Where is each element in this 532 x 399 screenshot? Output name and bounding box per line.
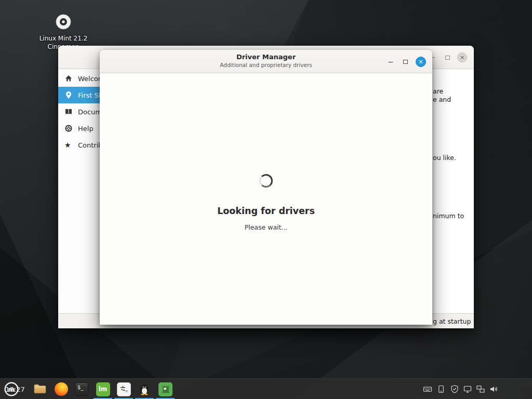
- desktop-icon-label-line1: Linux Mint 21.2: [28, 34, 99, 43]
- taskbar-window-character-app[interactable]: e: [113, 379, 134, 399]
- taskbar-window-driver-manager[interactable]: [155, 379, 176, 399]
- welcome-text-fragment: ou like.: [433, 154, 456, 162]
- firefox-icon: [55, 382, 68, 396]
- welcome-text-fragment: are: [433, 87, 443, 95]
- terminal-launcher[interactable]: $_: [75, 382, 88, 396]
- maximize-button[interactable]: [440, 54, 455, 61]
- speaker-icon: [489, 384, 498, 394]
- svg-text:m: m: [8, 385, 15, 393]
- tray-volume[interactable]: [489, 384, 498, 394]
- book-icon: [64, 108, 73, 116]
- close-icon: ×: [418, 59, 423, 65]
- welcome-window-controls: − ×: [425, 46, 474, 69]
- window-subtitle: Additional and proprietary drivers: [100, 62, 432, 68]
- tux-penguin-icon: [138, 382, 151, 396]
- device-icon: [436, 384, 446, 394]
- minimize-button[interactable]: −: [383, 58, 398, 66]
- titlebar-titles: Driver Manager Additional and proprietar…: [100, 53, 432, 68]
- file-manager-launcher[interactable]: [33, 382, 47, 396]
- close-button[interactable]: ×: [457, 52, 467, 62]
- maximize-icon: [445, 56, 450, 60]
- tray-network[interactable]: [476, 384, 485, 394]
- tray-update-shield[interactable]: [450, 384, 459, 394]
- tray-keyboard-layout[interactable]: [423, 384, 432, 394]
- desktop: Linux Mint 21.2 Cinnamon − × Welcome: [0, 0, 532, 399]
- folder-icon: [33, 382, 47, 395]
- maximize-icon: [403, 60, 408, 64]
- close-icon: ×: [460, 54, 464, 61]
- window-title: Driver Manager: [100, 53, 432, 61]
- taskbar: m $_ lm e: [0, 378, 532, 399]
- tray-display[interactable]: [463, 384, 472, 394]
- status-heading: Looking for drivers: [100, 206, 432, 216]
- loading-spinner-icon: [259, 174, 273, 188]
- keyboard-icon: [423, 384, 432, 394]
- close-button[interactable]: ×: [416, 57, 426, 67]
- mint-welcome-icon: lm: [96, 382, 110, 396]
- monitor-icon: [463, 384, 472, 394]
- firefox-launcher[interactable]: [55, 382, 68, 396]
- sidebar-item-label: Help: [78, 125, 94, 132]
- pin-icon: [64, 91, 73, 99]
- desktop-icon-linux-mint-iso[interactable]: Linux Mint 21.2 Cinnamon: [28, 12, 99, 51]
- driver-window-controls: − ×: [383, 50, 432, 73]
- taskbar-window-welcome[interactable]: lm: [92, 379, 113, 399]
- disc-icon: [54, 12, 73, 31]
- taskbar-window-tux-app[interactable]: [134, 379, 155, 399]
- shield-icon: [450, 384, 459, 394]
- terminal-icon: $_: [75, 382, 88, 396]
- home-icon: [64, 74, 73, 83]
- driver-manager-icon: [158, 382, 172, 396]
- welcome-text-fragment: e and: [433, 96, 451, 103]
- driver-manager-window: Driver Manager Additional and proprietar…: [100, 50, 432, 325]
- welcome-text-fragment: nimum to: [433, 212, 464, 220]
- tray-removable-media[interactable]: [436, 384, 446, 394]
- maximize-button[interactable]: [398, 60, 413, 64]
- svg-text:e: e: [126, 389, 128, 393]
- status-subtext: Please wait...: [100, 223, 432, 231]
- mint-menu-button[interactable]: m: [3, 381, 20, 397]
- mint-logo-icon: m: [4, 381, 19, 397]
- driver-manager-titlebar[interactable]: Driver Manager Additional and proprietar…: [100, 50, 432, 73]
- driver-manager-content: Looking for drivers Please wait...: [100, 73, 432, 325]
- startup-checkbox-label-fragment[interactable]: g at startup: [433, 317, 471, 325]
- character-app-icon: e: [117, 382, 131, 396]
- star-icon: ★: [64, 141, 73, 149]
- lifebuoy-icon: [64, 124, 73, 132]
- network-icon: [476, 384, 485, 394]
